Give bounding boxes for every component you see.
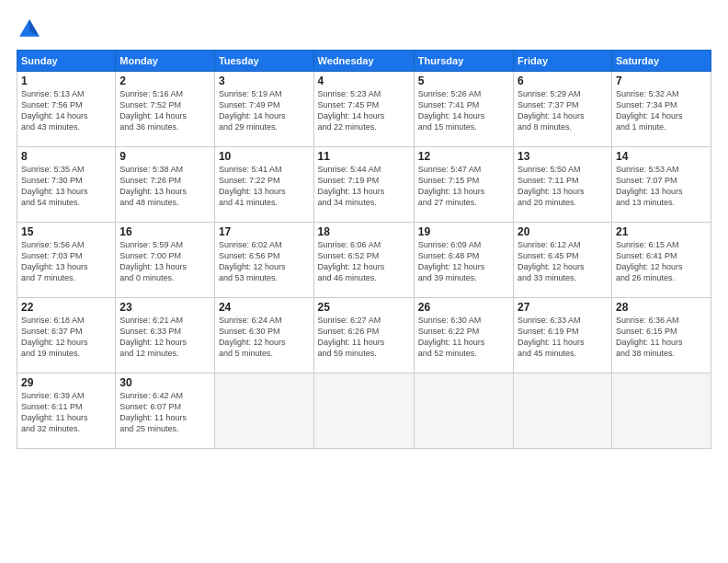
day-cell: 20Sunrise: 6:12 AM Sunset: 6:45 PM Dayli…	[514, 223, 612, 298]
day-info: Sunrise: 5:38 AM Sunset: 7:26 PM Dayligh…	[119, 164, 210, 209]
day-cell: 12Sunrise: 5:47 AM Sunset: 7:15 PM Dayli…	[414, 147, 513, 223]
day-number: 28	[616, 301, 707, 314]
day-info: Sunrise: 6:30 AM Sunset: 6:22 PM Dayligh…	[418, 315, 509, 360]
day-number: 16	[119, 225, 210, 238]
day-number: 5	[418, 75, 509, 87]
day-cell: 10Sunrise: 5:41 AM Sunset: 7:22 PM Dayli…	[214, 147, 313, 223]
day-cell: 6Sunrise: 5:29 AM Sunset: 7:37 PM Daylig…	[514, 72, 612, 147]
day-cell: 1Sunrise: 5:13 AM Sunset: 7:56 PM Daylig…	[17, 72, 116, 147]
day-cell: 15Sunrise: 5:56 AM Sunset: 7:03 PM Dayli…	[17, 223, 116, 298]
day-cell	[414, 373, 513, 449]
page: SundayMondayTuesdayWednesdayThursdayFrid…	[0, 0, 728, 563]
day-cell: 25Sunrise: 6:27 AM Sunset: 6:26 PM Dayli…	[313, 298, 414, 373]
day-number: 27	[518, 301, 608, 314]
day-number: 1	[21, 75, 111, 87]
day-number: 2	[119, 75, 210, 87]
day-number: 6	[518, 75, 608, 87]
day-number: 10	[219, 150, 310, 163]
day-number: 25	[318, 301, 410, 314]
day-cell: 29Sunrise: 6:39 AM Sunset: 6:11 PM Dayli…	[17, 373, 116, 449]
weekday-monday: Monday	[116, 51, 215, 72]
calendar-body: 1Sunrise: 5:13 AM Sunset: 7:56 PM Daylig…	[17, 72, 711, 449]
day-info: Sunrise: 5:32 AM Sunset: 7:34 PM Dayligh…	[616, 88, 707, 133]
day-cell: 27Sunrise: 6:33 AM Sunset: 6:19 PM Dayli…	[514, 298, 612, 373]
day-cell: 26Sunrise: 6:30 AM Sunset: 6:22 PM Dayli…	[414, 298, 513, 373]
week-row-3: 15Sunrise: 5:56 AM Sunset: 7:03 PM Dayli…	[17, 223, 711, 298]
day-cell: 30Sunrise: 6:42 AM Sunset: 6:07 PM Dayli…	[116, 373, 215, 449]
day-cell: 16Sunrise: 5:59 AM Sunset: 7:00 PM Dayli…	[116, 223, 215, 298]
day-number: 20	[518, 225, 608, 238]
week-row-4: 22Sunrise: 6:18 AM Sunset: 6:37 PM Dayli…	[17, 298, 711, 373]
day-info: Sunrise: 5:59 AM Sunset: 7:00 PM Dayligh…	[119, 239, 210, 284]
day-info: Sunrise: 5:13 AM Sunset: 7:56 PM Dayligh…	[21, 88, 111, 133]
day-cell	[214, 373, 313, 449]
day-info: Sunrise: 5:26 AM Sunset: 7:41 PM Dayligh…	[418, 88, 509, 133]
day-number: 7	[616, 75, 707, 87]
day-info: Sunrise: 6:21 AM Sunset: 6:33 PM Dayligh…	[119, 315, 210, 360]
day-number: 24	[219, 301, 310, 314]
day-info: Sunrise: 6:36 AM Sunset: 6:15 PM Dayligh…	[616, 315, 707, 360]
logo	[17, 17, 46, 42]
day-info: Sunrise: 5:41 AM Sunset: 7:22 PM Dayligh…	[219, 164, 310, 209]
day-number: 18	[318, 225, 410, 238]
day-info: Sunrise: 5:29 AM Sunset: 7:37 PM Dayligh…	[518, 88, 608, 133]
weekday-sunday: Sunday	[17, 51, 116, 72]
calendar: SundayMondayTuesdayWednesdayThursdayFrid…	[17, 50, 711, 449]
weekday-saturday: Saturday	[611, 51, 711, 72]
day-number: 9	[119, 150, 210, 163]
day-info: Sunrise: 6:12 AM Sunset: 6:45 PM Dayligh…	[518, 239, 608, 284]
day-cell: 18Sunrise: 6:06 AM Sunset: 6:52 PM Dayli…	[313, 223, 414, 298]
day-info: Sunrise: 5:44 AM Sunset: 7:19 PM Dayligh…	[318, 164, 410, 209]
day-info: Sunrise: 5:50 AM Sunset: 7:11 PM Dayligh…	[518, 164, 608, 209]
day-cell: 14Sunrise: 5:53 AM Sunset: 7:07 PM Dayli…	[611, 147, 711, 223]
day-info: Sunrise: 6:27 AM Sunset: 6:26 PM Dayligh…	[318, 315, 410, 360]
day-info: Sunrise: 5:35 AM Sunset: 7:30 PM Dayligh…	[21, 164, 111, 209]
weekday-tuesday: Tuesday	[214, 51, 313, 72]
weekday-thursday: Thursday	[414, 51, 513, 72]
day-number: 4	[318, 75, 410, 87]
day-info: Sunrise: 6:39 AM Sunset: 6:11 PM Dayligh…	[21, 390, 111, 435]
weekday-wednesday: Wednesday	[313, 51, 414, 72]
day-number: 11	[318, 150, 410, 163]
week-row-2: 8Sunrise: 5:35 AM Sunset: 7:30 PM Daylig…	[17, 147, 711, 223]
day-info: Sunrise: 6:42 AM Sunset: 6:07 PM Dayligh…	[119, 390, 210, 435]
day-number: 17	[219, 225, 310, 238]
day-info: Sunrise: 6:06 AM Sunset: 6:52 PM Dayligh…	[318, 239, 410, 284]
day-number: 23	[119, 301, 210, 314]
day-info: Sunrise: 5:53 AM Sunset: 7:07 PM Dayligh…	[616, 164, 707, 209]
day-number: 8	[21, 150, 111, 163]
day-number: 29	[21, 376, 111, 389]
week-row-5: 29Sunrise: 6:39 AM Sunset: 6:11 PM Dayli…	[17, 373, 711, 449]
weekday-friday: Friday	[514, 51, 612, 72]
logo-icon	[17, 17, 42, 42]
day-number: 22	[21, 301, 111, 314]
day-number: 21	[616, 225, 707, 238]
day-cell: 21Sunrise: 6:15 AM Sunset: 6:41 PM Dayli…	[611, 223, 711, 298]
header	[17, 17, 711, 42]
day-number: 13	[518, 150, 608, 163]
week-row-1: 1Sunrise: 5:13 AM Sunset: 7:56 PM Daylig…	[17, 72, 711, 147]
day-cell: 9Sunrise: 5:38 AM Sunset: 7:26 PM Daylig…	[116, 147, 215, 223]
day-info: Sunrise: 5:23 AM Sunset: 7:45 PM Dayligh…	[318, 88, 410, 133]
day-info: Sunrise: 6:15 AM Sunset: 6:41 PM Dayligh…	[616, 239, 707, 284]
day-cell: 11Sunrise: 5:44 AM Sunset: 7:19 PM Dayli…	[313, 147, 414, 223]
day-cell: 23Sunrise: 6:21 AM Sunset: 6:33 PM Dayli…	[116, 298, 215, 373]
day-cell: 4Sunrise: 5:23 AM Sunset: 7:45 PM Daylig…	[313, 72, 414, 147]
day-info: Sunrise: 6:33 AM Sunset: 6:19 PM Dayligh…	[518, 315, 608, 360]
weekday-row: SundayMondayTuesdayWednesdayThursdayFrid…	[17, 51, 711, 72]
day-info: Sunrise: 6:02 AM Sunset: 6:56 PM Dayligh…	[219, 239, 310, 284]
day-number: 26	[418, 301, 509, 314]
day-info: Sunrise: 5:47 AM Sunset: 7:15 PM Dayligh…	[418, 164, 509, 209]
day-number: 30	[119, 376, 210, 389]
day-number: 12	[418, 150, 509, 163]
day-info: Sunrise: 5:19 AM Sunset: 7:49 PM Dayligh…	[219, 88, 310, 133]
day-cell: 24Sunrise: 6:24 AM Sunset: 6:30 PM Dayli…	[214, 298, 313, 373]
day-cell: 7Sunrise: 5:32 AM Sunset: 7:34 PM Daylig…	[611, 72, 711, 147]
day-cell: 8Sunrise: 5:35 AM Sunset: 7:30 PM Daylig…	[17, 147, 116, 223]
day-info: Sunrise: 6:24 AM Sunset: 6:30 PM Dayligh…	[219, 315, 310, 360]
day-info: Sunrise: 6:18 AM Sunset: 6:37 PM Dayligh…	[21, 315, 111, 360]
day-cell	[313, 373, 414, 449]
day-info: Sunrise: 6:09 AM Sunset: 6:48 PM Dayligh…	[418, 239, 509, 284]
day-cell	[611, 373, 711, 449]
day-cell: 3Sunrise: 5:19 AM Sunset: 7:49 PM Daylig…	[214, 72, 313, 147]
